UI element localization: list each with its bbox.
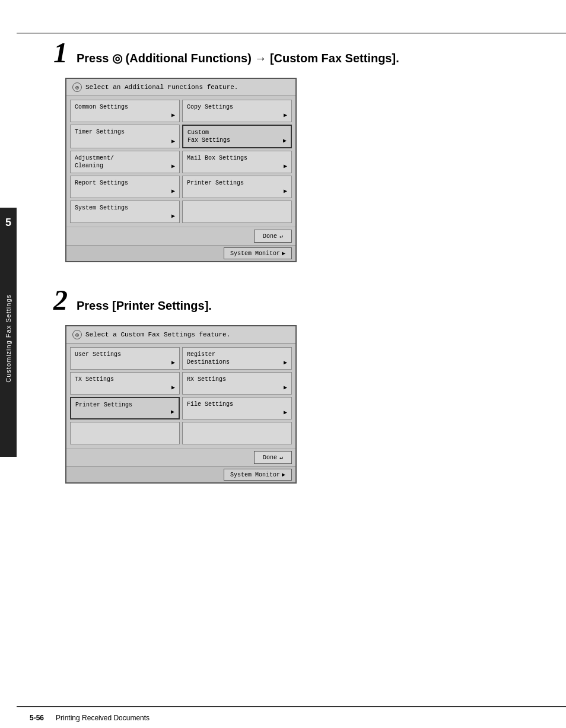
cell-tx-settings[interactable]: TX Settings ▶ (70, 372, 180, 395)
cell-adjustment-cleaning-arrow: ▶ (171, 163, 175, 170)
step2-heading: 2 Press [Printer Settings]. (53, 286, 542, 314)
step2-done-button[interactable]: Done ↵ (254, 451, 292, 464)
cell-report-settings-label: Report Settings (75, 179, 128, 187)
cell-adjustment-cleaning-label: Adjustment/Cleaning (75, 154, 114, 170)
step1-title: Press ◎ (Additional Functions) → [Custom… (77, 51, 399, 65)
cell-custom-fax-settings-label: CustomFax Settings (187, 129, 230, 144)
cell-user-settings-arrow: ▶ (171, 359, 175, 366)
cell-printer-settings-2[interactable]: Printer Settings ▶ (70, 397, 180, 419)
cell-empty-2 (70, 422, 180, 444)
step1-heading: 1 Press ◎ (Additional Functions) → [Cust… (53, 39, 542, 67)
cell-file-settings-label: File Settings (187, 400, 233, 408)
cell-mailbox-settings-label: Mail Box Settings (187, 154, 247, 162)
step1-system-monitor-button[interactable]: System Monitor ▶ (224, 247, 292, 259)
step2-section: 2 Press [Printer Settings]. ◎ Select a C… (53, 286, 542, 484)
cell-user-settings[interactable]: User Settings ▶ (70, 347, 180, 370)
step1-number: 1 (53, 39, 68, 67)
step2-done-label: Done (263, 454, 277, 461)
step2-system-monitor: System Monitor ▶ (66, 466, 295, 482)
cell-timer-settings[interactable]: Timer Settings ▶ (70, 125, 180, 148)
cell-file-settings-arrow: ▶ (284, 409, 287, 416)
step1-section: 1 Press ◎ (Additional Functions) → [Cust… (53, 39, 542, 262)
cell-copy-settings-arrow: ▶ (284, 112, 287, 119)
step1-screen: ◎ Select an Additional Functions feature… (65, 78, 297, 262)
chapter-label: Customizing Fax Settings (5, 294, 12, 383)
step2-done-arrow: ↵ (279, 454, 283, 461)
step2-system-monitor-arrow: ▶ (282, 471, 285, 478)
cell-rx-settings-arrow: ▶ (284, 384, 287, 391)
cell-copy-settings[interactable]: Copy Settings ▶ (182, 100, 292, 122)
cell-custom-fax-settings[interactable]: CustomFax Settings ▶ (182, 125, 292, 148)
side-tab: 5 Customizing Fax Settings (0, 208, 17, 457)
cell-printer-settings-1-label: Printer Settings (187, 179, 244, 187)
cell-adjustment-cleaning[interactable]: Adjustment/Cleaning ▶ (70, 151, 180, 173)
cell-system-settings[interactable]: System Settings ▶ (70, 201, 180, 223)
step1-system-monitor: System Monitor ▶ (66, 245, 295, 261)
step1-done-arrow: ↵ (279, 233, 283, 240)
cell-printer-settings-2-arrow: ▶ (171, 408, 174, 415)
page-description: Printing Received Documents (56, 714, 150, 722)
step2-title: Press [Printer Settings]. (77, 299, 212, 313)
cell-common-settings[interactable]: Common Settings ▶ (70, 100, 180, 122)
screen2-header-text: Select a Custom Fax Settings feature. (85, 331, 230, 338)
cell-report-settings-arrow: ▶ (171, 187, 175, 195)
cell-report-settings[interactable]: Report Settings ▶ (70, 176, 180, 198)
cell-register-destinations-arrow: ▶ (284, 359, 287, 366)
cell-common-settings-label: Common Settings (75, 103, 128, 111)
cell-user-settings-label: User Settings (75, 351, 121, 358)
cell-register-destinations[interactable]: RegisterDestinations ▶ (182, 347, 292, 370)
cell-mailbox-settings-arrow: ▶ (284, 163, 287, 170)
cell-file-settings[interactable]: File Settings ▶ (182, 397, 292, 419)
cell-system-settings-arrow: ▶ (171, 212, 175, 220)
cell-copy-settings-label: Copy Settings (187, 103, 233, 111)
cell-register-destinations-label: RegisterDestinations (187, 351, 230, 366)
cell-tx-settings-arrow: ▶ (171, 384, 175, 391)
cell-printer-settings-1-arrow: ▶ (284, 187, 287, 195)
cell-system-settings-label: System Settings (75, 204, 128, 212)
cell-tx-settings-label: TX Settings (75, 376, 114, 383)
step1-done-label: Done (263, 233, 277, 240)
page-number: 5-56 (30, 714, 44, 722)
main-content: 1 Press ◎ (Additional Functions) → [Cust… (30, 0, 566, 537)
cell-empty-1 (182, 201, 292, 223)
step1-screen-header: ◎ Select an Additional Functions feature… (66, 79, 295, 96)
bottom-border (17, 706, 566, 707)
cell-custom-fax-settings-arrow: ▶ (283, 137, 287, 144)
chapter-number: 5 (5, 217, 11, 229)
step2-screen-body: User Settings ▶ RegisterDestinations ▶ T… (66, 344, 295, 448)
cell-printer-settings-1[interactable]: Printer Settings ▶ (182, 176, 292, 198)
cell-printer-settings-2-label: Printer Settings (75, 401, 132, 409)
step2-system-monitor-label: System Monitor (230, 472, 280, 478)
screen1-icon: ◎ (72, 82, 82, 92)
screen1-header-text: Select an Additional Functions feature. (85, 84, 238, 91)
cell-timer-settings-label: Timer Settings (75, 128, 125, 136)
step2-screen-header: ◎ Select a Custom Fax Settings feature. (66, 326, 295, 344)
cell-rx-settings[interactable]: RX Settings ▶ (182, 372, 292, 395)
cell-empty-3 (182, 422, 292, 444)
step1-done-button[interactable]: Done ↵ (254, 230, 292, 243)
step1-screen-footer: Done ↵ (66, 227, 295, 245)
step1-screen-body: Common Settings ▶ Copy Settings ▶ Timer … (66, 96, 295, 227)
cell-rx-settings-label: RX Settings (187, 376, 226, 383)
step2-system-monitor-button[interactable]: System Monitor ▶ (224, 469, 292, 481)
cell-timer-settings-arrow: ▶ (171, 138, 175, 145)
step2-screen: ◎ Select a Custom Fax Settings feature. … (65, 325, 297, 484)
step1-system-monitor-label: System Monitor (230, 250, 280, 257)
cell-common-settings-arrow: ▶ (171, 112, 175, 119)
top-border (17, 33, 566, 34)
screen2-icon: ◎ (72, 330, 82, 339)
cell-mailbox-settings[interactable]: Mail Box Settings ▶ (182, 151, 292, 173)
step2-screen-footer: Done ↵ (66, 448, 295, 466)
step2-number: 2 (53, 286, 68, 314)
step1-system-monitor-arrow: ▶ (282, 250, 285, 257)
page-footer: 5-56 Printing Received Documents (30, 714, 554, 722)
